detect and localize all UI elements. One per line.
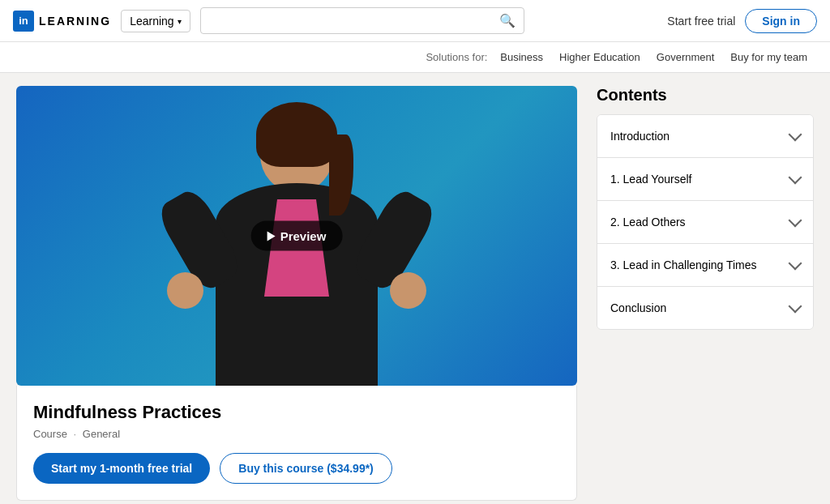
search-icon[interactable]: 🔍 [499, 13, 516, 28]
contents-item-introduction[interactable]: Introduction [597, 115, 813, 158]
course-category: General [83, 428, 120, 440]
contents-list: Introduction 1. Lead Yourself 2. Lead Ot… [597, 114, 814, 330]
play-icon [267, 231, 276, 241]
course-info: Mindfulness Practices Course · General S… [16, 386, 577, 501]
logo-in-badge: in [13, 11, 34, 32]
course-meta: Course · General [33, 428, 560, 440]
chevron-down-icon [789, 171, 802, 185]
sub-header-business[interactable]: Business [494, 51, 550, 63]
sub-header-buy-team[interactable]: Buy for my team [724, 51, 814, 63]
header-right: Start free trial Sign in [667, 9, 817, 33]
buy-course-button[interactable]: Buy this course ($34.99*) [220, 453, 392, 484]
person-hand-left [167, 272, 203, 309]
main-content: Preview Mindfulness Practices Course · G… [0, 73, 830, 504]
search-input[interactable] [209, 15, 499, 28]
contents-item-lead-yourself[interactable]: 1. Lead Yourself [597, 158, 813, 201]
contents-item-lead-challenging-times[interactable]: 3. Lead in Challenging Times [597, 244, 813, 287]
chevron-down-icon [789, 214, 802, 228]
preview-button[interactable]: Preview [251, 221, 343, 251]
chevron-down-icon [789, 257, 802, 271]
contents-item-lead-others-label: 2. Lead Others [610, 216, 686, 229]
course-type: Course [33, 428, 67, 440]
contents-title: Contents [597, 86, 814, 105]
sub-header: Solutions for: Business Higher Education… [0, 42, 830, 73]
left-panel: Preview Mindfulness Practices Course · G… [16, 86, 577, 491]
nav-dropdown[interactable]: Learning ▾ [121, 10, 190, 32]
meta-separator: · [74, 428, 77, 440]
solutions-label: Solutions for: [426, 51, 487, 63]
linkedin-logo[interactable]: in LEARNING [13, 11, 111, 32]
person-hair [256, 102, 337, 167]
contents-item-introduction-label: Introduction [610, 130, 670, 143]
contents-item-conclusion-label: Conclusion [610, 301, 666, 314]
sub-header-higher-ed[interactable]: Higher Education [553, 51, 647, 63]
chevron-down-icon: ▾ [178, 17, 182, 26]
sign-in-button[interactable]: Sign in [745, 9, 817, 33]
contents-item-lead-challenging-times-label: 3. Lead in Challenging Times [610, 258, 757, 271]
contents-item-lead-yourself-label: 1. Lead Yourself [610, 173, 691, 186]
right-panel: Contents Introduction 1. Lead Yourself 2… [597, 86, 814, 491]
sub-header-government[interactable]: Government [650, 51, 721, 63]
start-trial-link[interactable]: Start free trial [667, 15, 735, 28]
contents-item-lead-others[interactable]: 2. Lead Others [597, 201, 813, 244]
chevron-down-icon [789, 300, 802, 314]
contents-item-conclusion[interactable]: Conclusion [597, 287, 813, 329]
header: in LEARNING Learning ▾ 🔍 Start free tria… [0, 0, 830, 42]
start-trial-button[interactable]: Start my 1-month free trial [33, 453, 210, 484]
chevron-down-icon [789, 128, 802, 142]
cta-buttons: Start my 1-month free trial Buy this cou… [33, 453, 560, 484]
video-container: Preview [16, 86, 577, 386]
logo-learning-text: LEARNING [39, 15, 111, 28]
nav-dropdown-label: Learning [130, 15, 174, 28]
preview-label: Preview [280, 229, 327, 243]
search-bar: 🔍 [200, 7, 524, 34]
course-title: Mindfulness Practices [33, 402, 560, 423]
person-hand-right [390, 272, 426, 309]
